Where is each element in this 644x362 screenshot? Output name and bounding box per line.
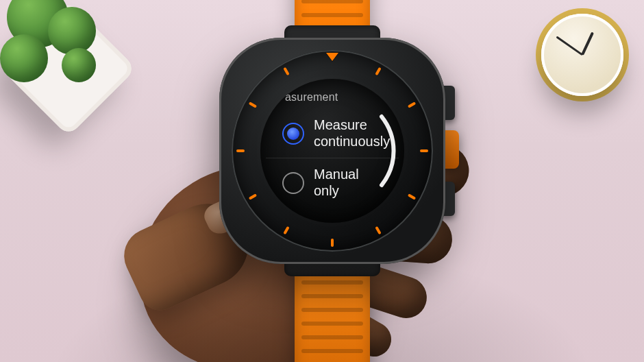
smartwatch: asurement Measure continuously Manual on…	[219, 38, 445, 264]
watch-bezel[interactable]: asurement Measure continuously Manual on…	[232, 50, 433, 252]
bezel-tick	[408, 101, 416, 108]
bezel-tick	[283, 67, 289, 75]
bezel-tick	[283, 226, 289, 234]
bezel-tick	[249, 193, 257, 200]
bezel-tick	[408, 193, 416, 200]
scroll-indicator[interactable]	[293, 96, 402, 206]
bezel-tick	[249, 101, 257, 108]
bezel-tick	[375, 226, 381, 234]
bezel-tick	[331, 239, 334, 247]
watch-case: asurement Measure continuously Manual on…	[219, 38, 445, 264]
bezel-tick	[236, 149, 245, 152]
watch-screen[interactable]: asurement Measure continuously Manual on…	[260, 79, 404, 223]
bezel-tick	[375, 67, 381, 75]
plant-leaf	[0, 34, 48, 82]
plant-leaf	[62, 48, 96, 82]
photo-scene: asurement Measure continuously Manual on…	[0, 0, 644, 362]
plant-decor	[0, 0, 144, 130]
bezel-tick	[420, 149, 428, 152]
wall-clock-decor	[541, 14, 623, 96]
plant-leaf	[48, 7, 96, 55]
